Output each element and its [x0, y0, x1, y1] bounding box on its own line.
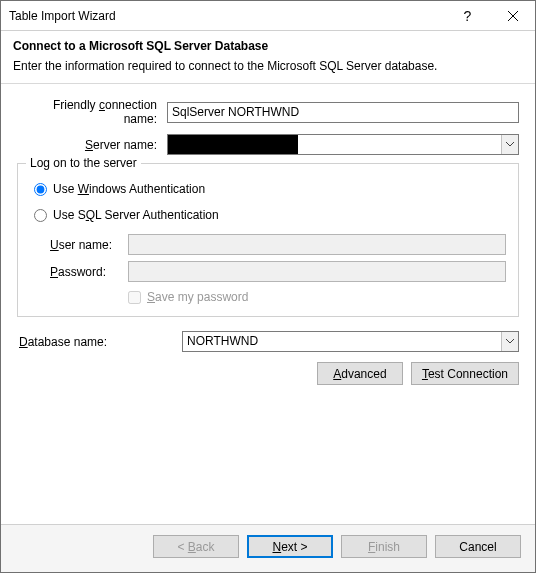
logon-legend: Log on to the server	[26, 156, 141, 170]
server-name-value	[168, 135, 298, 154]
help-button[interactable]: ?	[445, 1, 490, 30]
windows-auth-radio[interactable]	[34, 183, 47, 196]
next-button[interactable]: Next >	[247, 535, 333, 558]
footer: < Back Next > Finish Cancel	[1, 524, 535, 572]
server-name-label: Server name:	[17, 138, 167, 152]
password-label: Password:	[50, 265, 128, 279]
wizard-window: Table Import Wizard ? Connect to a Micro…	[0, 0, 536, 573]
save-password-label: Save my password	[147, 290, 248, 304]
finish-button: Finish	[341, 535, 427, 558]
sql-auth-label: Use SQL Server Authentication	[53, 208, 219, 222]
chevron-down-icon	[501, 135, 518, 154]
windows-auth-label: Use Windows Authentication	[53, 182, 205, 196]
page-title: Connect to a Microsoft SQL Server Databa…	[13, 39, 523, 53]
friendly-name-label: Friendly connection name:	[17, 98, 167, 126]
close-icon	[508, 11, 518, 21]
database-name-value: NORTHWND	[183, 332, 501, 351]
username-input	[128, 234, 506, 255]
chevron-down-icon	[501, 332, 518, 351]
back-button: < Back	[153, 535, 239, 558]
server-name-combo[interactable]	[167, 134, 519, 155]
content: Friendly connection name: Server name:	[1, 84, 535, 524]
close-button[interactable]	[490, 1, 535, 30]
password-input	[128, 261, 506, 282]
save-password-checkbox	[128, 291, 141, 304]
username-label: User name:	[50, 238, 128, 252]
sql-auth-radio[interactable]	[34, 209, 47, 222]
page-subtitle: Enter the information required to connec…	[13, 59, 523, 73]
friendly-name-input[interactable]	[167, 102, 519, 123]
logon-group: Log on to the server Use Windows Authent…	[17, 163, 519, 317]
advanced-button[interactable]: Advanced	[317, 362, 403, 385]
titlebar: Table Import Wizard ?	[1, 1, 535, 31]
database-name-combo[interactable]: NORTHWND	[182, 331, 519, 352]
database-name-label: Database name:	[17, 335, 182, 349]
window-title: Table Import Wizard	[9, 9, 445, 23]
header: Connect to a Microsoft SQL Server Databa…	[1, 31, 535, 84]
cancel-button[interactable]: Cancel	[435, 535, 521, 558]
test-connection-button[interactable]: Test Connection	[411, 362, 519, 385]
